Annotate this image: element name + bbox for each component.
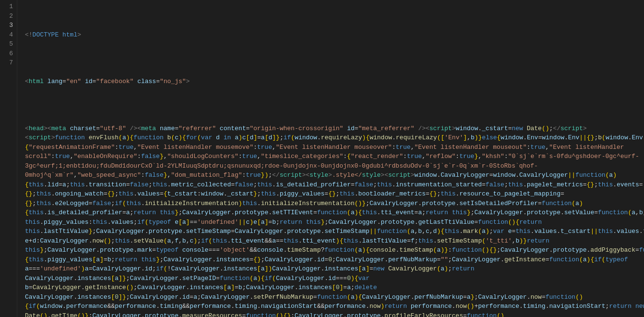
code-line-2: <html lang="en" id="facebook" class="no_… <box>25 77 644 86</box>
line-number-3: 3 <box>0 21 17 30</box>
code-content[interactable]: <!DOCTYPE html> <html lang="en" id="face… <box>17 0 644 317</box>
line-numbers: 1 2 3 4 5 6 7 <box>0 0 17 317</box>
line-number-7: 7 <box>0 58 17 68</box>
line-number-1: 1 <box>0 2 17 12</box>
editor-container: 1 2 3 4 5 6 7 <!DOCTYPE html> <html lang… <box>0 0 644 317</box>
line-number-2: 2 <box>0 12 17 21</box>
code-line-3: <head><meta charset="utf-8" /><meta name… <box>25 124 644 317</box>
line-number-5: 5 <box>0 39 17 49</box>
code-line-1: <!DOCTYPE html> <box>25 30 644 40</box>
line-number-6: 6 <box>0 49 17 59</box>
line-number-4: 4 <box>0 30 17 40</box>
